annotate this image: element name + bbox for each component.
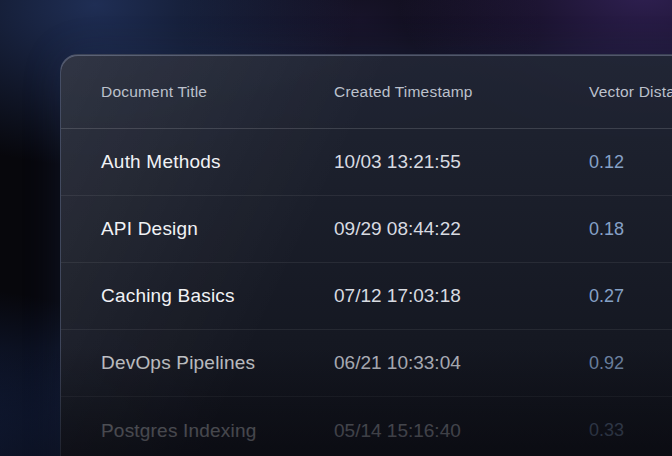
table-header-row: Document Title Created Timestamp Vector … [61,55,672,129]
table-row[interactable]: Auth Methods 10/03 13:21:55 0.12 [61,129,672,196]
document-title-cell: API Design [101,218,334,240]
column-header-vector-distance: Vector Distance [589,83,672,101]
table-row[interactable]: Postgres Indexing 05/14 15:16:40 0.33 [61,397,672,456]
documents-table-card: Document Title Created Timestamp Vector … [60,54,672,456]
created-timestamp-cell: 06/21 10:33:04 [334,352,589,374]
created-timestamp-cell: 10/03 13:21:55 [334,151,589,173]
screenshot-background: Document Title Created Timestamp Vector … [0,0,672,456]
document-title-cell: DevOps Pipelines [101,352,334,374]
document-title-cell: Caching Basics [101,285,334,307]
created-timestamp-cell: 07/12 17:03:18 [334,285,589,307]
column-header-created-timestamp: Created Timestamp [334,83,589,101]
vector-distance-cell: 0.33 [589,420,672,441]
table-row[interactable]: DevOps Pipelines 06/21 10:33:04 0.92 [61,330,672,397]
vector-distance-cell: 0.12 [589,152,672,173]
created-timestamp-cell: 09/29 08:44:22 [334,218,589,240]
created-timestamp-cell: 05/14 15:16:40 [334,420,589,442]
table-row[interactable]: API Design 09/29 08:44:22 0.18 [61,196,672,263]
vector-distance-cell: 0.92 [589,353,672,374]
column-header-document-title: Document Title [101,83,334,101]
table-row[interactable]: Caching Basics 07/12 17:03:18 0.27 [61,263,672,330]
vector-distance-cell: 0.18 [589,219,672,240]
vector-distance-cell: 0.27 [589,286,672,307]
document-title-cell: Auth Methods [101,151,334,173]
document-title-cell: Postgres Indexing [101,420,334,442]
